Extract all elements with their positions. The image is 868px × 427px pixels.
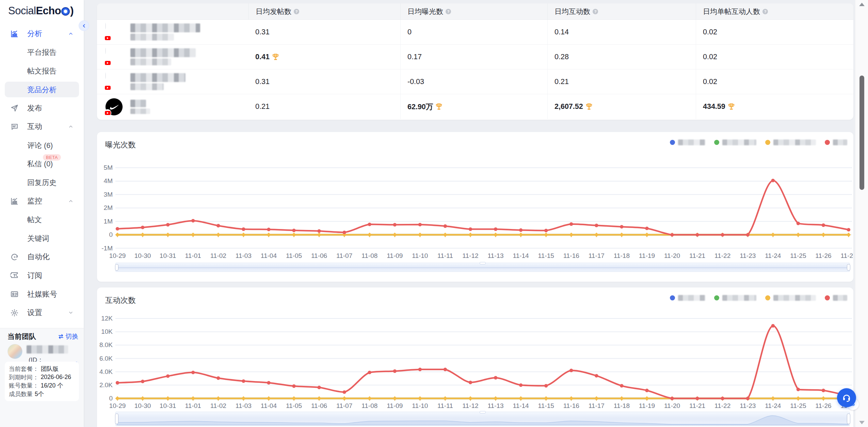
interaction-line-chart[interactable]: 12K10K8.0K6.0K4.0K2.0K010-2910-3010-3111… [97,307,853,411]
chart-range-slider[interactable] [115,263,850,272]
svg-text:11-10: 11-10 [412,402,428,409]
metric-cell: 0.21 [547,69,696,94]
switch-team-link[interactable]: 切换 [58,332,78,341]
sidebar-item-15[interactable]: 设置 [5,305,79,321]
table-row[interactable]: 0.31 -0.03 0.21 0.02 [97,69,853,94]
svg-text:11-21: 11-21 [689,402,705,409]
svg-text:11-05: 11-05 [286,402,302,409]
account-cell[interactable] [97,45,248,69]
slider-grip[interactable] [480,262,486,264]
legend-item-account-blue[interactable] [670,295,705,301]
slider-grip[interactable] [480,411,486,413]
scroll-up-arrow[interactable] [859,3,865,6]
svg-text:11-20: 11-20 [664,252,680,259]
paper-plane-icon [10,104,19,112]
legend-item-account-yellow[interactable] [765,139,816,145]
account-cell[interactable] [97,94,248,119]
sidebar-item-label: 监控 [27,196,42,206]
help-icon[interactable]: ? [294,9,299,14]
chevron-up-icon [68,31,74,36]
sidebar-collapse-button[interactable] [79,20,89,31]
metric-cell: 0.17 [400,45,547,69]
chart-range-slider[interactable] [115,412,850,426]
plan-value: 团队版 [41,365,59,373]
svg-text:11-04: 11-04 [261,402,277,409]
legend-item-account-yellow[interactable] [765,295,816,301]
svg-text:11-10: 11-10 [412,252,428,259]
youtube-badge-icon [104,84,111,92]
svg-text:11-24: 11-24 [765,252,781,259]
slider-handle-left[interactable] [115,264,118,271]
help-icon[interactable]: ? [446,9,451,14]
legend-dot-icon [670,295,675,300]
sidebar-item-1[interactable]: 平台报告 [5,45,79,60]
help-icon[interactable]: ? [593,9,598,14]
sidebar-item-label: 发布 [27,103,42,113]
svg-text:11-07: 11-07 [336,402,352,409]
slider-handle-left[interactable] [115,413,118,424]
legend-item-account-red[interactable] [825,139,847,145]
svg-text:11-09: 11-09 [387,252,403,259]
svg-text:3M: 3M [104,191,113,198]
svg-text:-1M: -1M [101,245,113,252]
svg-text:11-05: 11-05 [286,252,302,259]
sidebar-item-3[interactable]: 竞品分析 [5,82,79,97]
table-row[interactable]: 0.41 0.17 0.28 0.02 [97,45,853,69]
metric-cell: 0.02 [696,45,853,69]
svg-text:11-06: 11-06 [311,402,327,409]
legend-item-account-green[interactable] [714,295,756,301]
sidebar-item-2[interactable]: 帖文报告 [5,63,79,79]
sidebar-item-11[interactable]: 关键词 [5,231,79,246]
sidebar-item-5[interactable]: 互动 [5,119,79,134]
sidebar-item-4[interactable]: 发布 [5,100,79,116]
svg-text:11-18: 11-18 [614,252,630,259]
trophy-icon [727,103,735,111]
table-header-row: 日均发帖数?日均曝光数?日均互动数?日均单帖互动人数? [97,3,853,20]
svg-text:11-11: 11-11 [437,402,453,409]
slider-handle-right[interactable] [847,413,850,424]
sidebar-item-12[interactable]: 自动化 [5,249,79,265]
slider-handle-right[interactable] [847,264,850,271]
legend-dot-icon [670,140,675,145]
competitor-analysis-page: SocialEcho) 分析平台报告帖文报告竞品分析发布互动评论 (6)私信 (… [0,0,868,427]
account-name-redacted [130,23,200,40]
metric-cell: 0.31 [248,20,400,44]
account-avatar [105,48,123,66]
account-cell[interactable] [97,20,248,44]
legend-dot-icon [714,295,719,300]
table-row[interactable]: 0.21 62.90万 2,607.52 434.59 [97,94,853,119]
scrollbar-thumb[interactable] [859,76,864,190]
sidebar-item-0[interactable]: 分析 [5,26,79,42]
svg-text:11-11: 11-11 [437,252,453,259]
monitor-chart-icon [10,197,19,206]
exposure-line-chart[interactable]: 5M4M3M2M1M0-1M10-2910-3010-3111-0111-021… [97,152,853,261]
customer-support-button[interactable] [837,388,856,407]
scroll-down-arrow[interactable] [859,421,865,424]
sidebar-item-6[interactable]: 评论 (6) [5,137,79,153]
sidebar-item-13[interactable]: 订阅 [5,268,79,283]
svg-text:11-12: 11-12 [462,402,478,409]
sidebar-item-14[interactable]: 社媒账号 [5,286,79,302]
sidebar-item-8[interactable]: 回复历史 [5,175,79,191]
legend-item-account-blue[interactable] [670,139,705,145]
metric-cell: 0.28 [547,45,696,69]
legend-dot-icon [765,295,770,300]
legend-item-account-red[interactable] [825,295,847,301]
logo-text-secondary: Echo [36,5,61,17]
sidebar-item-9[interactable]: 监控 [5,193,79,209]
svg-text:11-26: 11-26 [815,252,831,259]
account-cell[interactable] [97,69,248,94]
team-avatar [7,344,22,359]
help-icon[interactable]: ? [762,9,768,14]
sidebar-item-10[interactable]: 帖文 [5,212,79,228]
legend-item-account-green[interactable] [714,139,756,145]
sidebar-item-7[interactable]: 私信 (0)BETA [5,156,79,172]
members-label: 成员数量 [9,390,33,398]
svg-text:11-16: 11-16 [563,252,579,259]
column-header-label: 日均曝光数 [407,7,443,16]
metric-value: 2,607.52 [554,102,593,111]
ticket-icon [10,271,19,280]
svg-text:10-30: 10-30 [134,252,151,259]
table-row[interactable]: 0.31 0 0.14 0.02 [97,20,853,45]
metric-value: 0.21 [255,102,270,111]
